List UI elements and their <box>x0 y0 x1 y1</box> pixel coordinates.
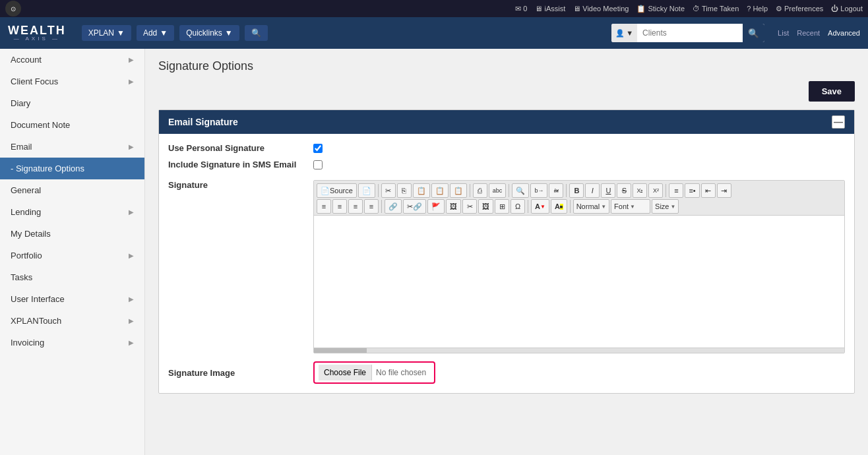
search-button[interactable]: 🔍 <box>743 24 764 42</box>
search-toggle-button[interactable]: 🔍 <box>245 25 268 41</box>
xplan-button[interactable]: XPLAN ▼ <box>82 25 131 41</box>
preferences-nav-item[interactable]: ⚙ Preferences <box>776 5 823 13</box>
copy-button[interactable]: ⎘ <box>397 183 412 198</box>
editor-area[interactable] <box>314 216 844 348</box>
paste-word-button[interactable]: 📋 <box>450 183 467 198</box>
align-justify-button[interactable]: ≡ <box>364 199 379 214</box>
source-button[interactable]: 📄 Source <box>317 183 357 198</box>
italic-button[interactable]: I <box>585 183 600 198</box>
indent-button[interactable]: ⇥ <box>717 183 731 198</box>
sidebar-item-tasks[interactable]: Tasks <box>0 266 144 288</box>
xplan-label: XPLAN <box>88 28 114 38</box>
list-link[interactable]: List <box>778 29 789 37</box>
sidebar-arrow-lending: ▶ <box>129 208 134 216</box>
sidebar-arrow-user-interface: ▶ <box>129 295 134 303</box>
iassist-nav-item[interactable]: 🖥 iAssist <box>535 5 565 13</box>
bold-button[interactable]: B <box>569 183 584 198</box>
sidebar-item-portfolio[interactable]: Portfolio ▶ <box>0 245 144 266</box>
include-sms-checkbox[interactable] <box>313 160 323 169</box>
logout-label: Logout <box>840 5 863 13</box>
font-select[interactable]: Font ▼ <box>611 199 650 214</box>
image-button[interactable]: 🖼 <box>446 199 461 214</box>
spellcheck-button[interactable]: abc <box>489 183 507 198</box>
sidebar-arrow-client-focus: ▶ <box>129 78 134 85</box>
video-meeting-nav-item[interactable]: 🖥 Video Meeting <box>573 5 629 13</box>
size-value: Size <box>655 202 669 210</box>
quicklinks-button[interactable]: Quicklinks ▼ <box>179 25 239 41</box>
sidebar-item-my-details[interactable]: My Details <box>0 223 144 245</box>
print-button[interactable]: ⎙ <box>473 183 487 198</box>
sidebar-item-client-focus[interactable]: Client Focus ▶ <box>0 71 144 92</box>
strikethrough-button[interactable]: S <box>617 183 631 198</box>
cut2-button[interactable]: ✂ <box>462 199 477 214</box>
sidebar-item-email[interactable]: Email ▶ <box>0 136 144 158</box>
search-input[interactable] <box>637 24 743 42</box>
nav-bar: WEALTH — AXIS — XPLAN ▼ Add ▼ Quicklinks… <box>0 17 868 49</box>
font-color-button[interactable]: A▼ <box>531 199 549 214</box>
tb-sep-3 <box>509 184 509 197</box>
remove-format-button[interactable]: Ix <box>549 183 563 198</box>
format-value: Normal <box>576 202 600 210</box>
section-title: Email Signature <box>168 117 238 127</box>
outdent-button[interactable]: ⇤ <box>701 183 716 198</box>
add-button[interactable]: Add ▼ <box>137 25 174 41</box>
sticky-note-nav-item[interactable]: 📋 Sticky Note <box>636 5 685 13</box>
sidebar-item-diary[interactable]: Diary <box>0 92 144 114</box>
video-label: Video Meeting <box>582 5 629 13</box>
search-type-select[interactable]: 👤 ▼ <box>611 24 637 42</box>
select-caret: ▼ <box>626 29 633 37</box>
anchor-button[interactable]: 🚩 <box>427 199 445 214</box>
paste-button[interactable]: 📋 <box>413 183 430 198</box>
sidebar-item-user-interface[interactable]: User Interface ▶ <box>0 288 144 310</box>
cut-button[interactable]: ✂ <box>381 183 396 198</box>
size-select[interactable]: Size ▼ <box>652 199 679 214</box>
recent-link[interactable]: Recent <box>797 29 820 37</box>
replace-button[interactable]: b→ <box>530 183 547 198</box>
search-icon: 🔍 <box>748 28 759 38</box>
logout-nav-item[interactable]: ⏻ Logout <box>831 5 863 13</box>
save-button[interactable]: Save <box>809 81 855 102</box>
sidebar-item-xplantouch[interactable]: XPLANTouch ▶ <box>0 310 144 332</box>
superscript-button[interactable]: X² <box>648 183 663 198</box>
underline-button[interactable]: U <box>601 183 615 198</box>
editor-scrollbar[interactable] <box>314 348 844 353</box>
help-nav-item[interactable]: ? Help <box>747 5 768 13</box>
insert-image-button[interactable]: 🖼 <box>478 199 493 214</box>
editor-container: 📄 Source 📄 ✂ ⎘ 📋 <box>313 176 845 353</box>
format-select[interactable]: Normal ▼ <box>573 199 609 214</box>
align-right-button[interactable]: ≡ <box>348 199 363 214</box>
collapse-button[interactable]: — <box>832 115 845 129</box>
new-doc-button[interactable]: 📄 <box>358 183 375 198</box>
link-button[interactable]: 🔗 <box>385 199 402 214</box>
sidebar-item-lending[interactable]: Lending ▶ <box>0 201 144 223</box>
sidebar-item-account[interactable]: Account ▶ <box>0 49 144 71</box>
sidebar-item-general[interactable]: General <box>0 179 144 201</box>
sidebar-item-invoicing[interactable]: Invoicing ▶ <box>0 332 144 353</box>
align-left-button[interactable]: ≡ <box>317 199 331 214</box>
unordered-list-button[interactable]: ≡• <box>685 183 699 198</box>
add-label: Add <box>143 28 157 38</box>
include-sms-row: Include Signature in SMS Email <box>168 160 845 169</box>
paste-text-button[interactable]: 📋 <box>431 183 449 198</box>
align-center-button[interactable]: ≡ <box>332 199 347 214</box>
email-nav-item[interactable]: ✉ 0 <box>515 5 527 13</box>
toolbar-row-1: 📄 Source 📄 ✂ ⎘ 📋 <box>317 183 842 198</box>
find-button[interactable]: 🔍 <box>512 183 529 198</box>
bg-color-button[interactable]: A■ <box>551 199 567 214</box>
iassist-icon: 🖥 <box>535 5 542 13</box>
subscript-button[interactable]: X₂ <box>633 183 647 198</box>
unlink-button[interactable]: ✂🔗 <box>403 199 426 214</box>
special-char-button[interactable]: Ω <box>511 199 525 214</box>
use-personal-checkbox[interactable] <box>313 144 323 153</box>
sidebar-item-signature-options[interactable]: - Signature Options <box>0 158 144 179</box>
sidebar-item-document-note[interactable]: Document Note <box>0 114 144 136</box>
ordered-list-button[interactable]: ≡ <box>669 183 683 198</box>
time-label: Time Taken <box>702 5 739 13</box>
size-caret: ▼ <box>670 204 675 210</box>
top-bar-right: ✉ 0 🖥 iAssist 🖥 Video Meeting 📋 Sticky N… <box>515 5 863 13</box>
video-icon: 🖥 <box>573 5 580 13</box>
choose-file-button[interactable]: Choose File <box>319 365 372 380</box>
table-button[interactable]: ⊞ <box>495 199 509 214</box>
advanced-link[interactable]: Advanced <box>828 29 860 37</box>
time-taken-nav-item[interactable]: ⏱ Time Taken <box>693 5 739 13</box>
